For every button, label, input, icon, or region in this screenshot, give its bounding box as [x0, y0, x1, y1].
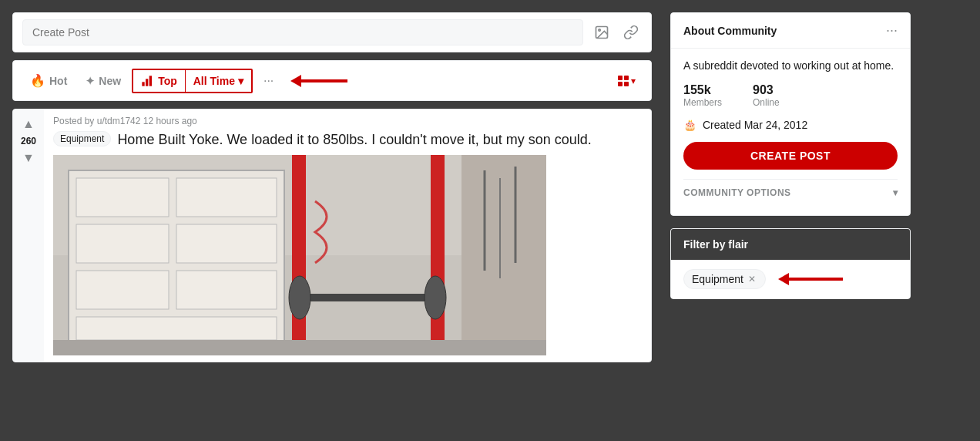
community-options-label: COMMUNITY OPTIONS — [683, 187, 791, 198]
sidebar: About Community ··· A subreddit devoted … — [670, 12, 911, 299]
post-flair[interactable]: Equipment — [53, 131, 111, 146]
svg-rect-15 — [292, 155, 306, 355]
post-title: Home Built Yoke. We loaded it to 850lbs.… — [117, 131, 591, 149]
svg-rect-9 — [176, 178, 277, 217]
upvote-button[interactable]: ▲ — [21, 116, 36, 133]
online-count: 903 — [753, 83, 780, 97]
members-label: Members — [683, 97, 722, 108]
svg-rect-11 — [176, 224, 277, 263]
sort-top-box: Top All Time ▾ — [132, 69, 253, 93]
svg-rect-12 — [76, 271, 169, 309]
post-body: Posted by u/tdm1742 12 hours ago Equipme… — [44, 109, 651, 362]
community-options-row[interactable]: COMMUNITY OPTIONS ▾ — [683, 179, 898, 206]
about-community-card: About Community ··· A subreddit devoted … — [670, 12, 911, 216]
members-stat: 155k Members — [683, 83, 722, 108]
sort-top-label: Top — [158, 75, 177, 87]
star-icon: ✦ — [86, 75, 95, 87]
sort-new-button[interactable]: ✦ New — [78, 69, 129, 93]
image-upload-button[interactable] — [591, 22, 612, 43]
created-row: 🎂 Created Mar 24, 2012 — [683, 119, 898, 131]
sort-top-button[interactable]: Top — [133, 70, 185, 92]
grid-layout-icon — [618, 76, 629, 86]
filter-flair-body: Equipment ✕ — [671, 260, 910, 298]
svg-point-19 — [425, 276, 446, 319]
flair-label: Equipment — [692, 273, 743, 285]
link-button[interactable] — [620, 22, 642, 43]
main-content: 🔥 Hot ✦ New Top All Time ▾ — [12, 12, 652, 362]
chevron-down-icon-layout: ▾ — [631, 76, 636, 86]
vote-count: 260 — [21, 136, 36, 146]
layout-button[interactable]: ▾ — [612, 71, 642, 91]
filter-flair-header: Filter by flair — [671, 229, 910, 260]
fire-icon: 🔥 — [30, 73, 45, 88]
online-label: Online — [753, 97, 780, 108]
svg-rect-24 — [53, 340, 546, 355]
sort-alltime-label: All Time — [193, 75, 235, 87]
create-post-input[interactable] — [22, 19, 583, 45]
post-meta: Posted by u/tdm1742 12 hours ago — [53, 116, 642, 126]
members-count: 155k — [683, 83, 722, 97]
created-label: Created Mar 24, 2012 — [703, 119, 807, 131]
svg-point-18 — [289, 276, 310, 319]
svg-point-1 — [599, 29, 601, 32]
post-image — [53, 155, 546, 355]
downvote-button[interactable]: ▼ — [21, 150, 36, 167]
about-community-title: About Community — [683, 25, 777, 37]
svg-rect-10 — [76, 224, 169, 263]
about-community-body: A subreddit devoted to working out at ho… — [671, 49, 910, 215]
svg-rect-13 — [176, 271, 277, 309]
post-card: ▲ 260 ▼ Posted by u/tdm1742 12 hours ago… — [12, 109, 652, 362]
filter-flair-card: Filter by flair Equipment ✕ — [670, 228, 911, 299]
svg-rect-17 — [292, 294, 445, 301]
svg-rect-14 — [76, 317, 277, 340]
sort-alltime-button[interactable]: All Time ▾ — [185, 70, 251, 92]
chevron-down-options-icon: ▾ — [893, 187, 898, 198]
chevron-down-icon: ▾ — [238, 75, 243, 87]
layout-options: ▾ — [612, 71, 642, 91]
sort-more-button[interactable]: ··· — [256, 68, 281, 94]
svg-rect-4 — [149, 76, 152, 86]
post-image-placeholder — [53, 155, 546, 355]
more-dots-icon: ··· — [263, 74, 274, 87]
flair-remove-button[interactable]: ✕ — [747, 274, 757, 284]
svg-rect-2 — [142, 82, 144, 86]
equipment-flair-pill: Equipment ✕ — [683, 269, 766, 289]
filter-flair-title: Filter by flair — [683, 238, 898, 251]
post-title-row: Equipment Home Built Yoke. We loaded it … — [53, 131, 642, 149]
flair-arrow-annotation — [778, 273, 843, 285]
about-more-button[interactable]: ··· — [886, 22, 898, 39]
sort-new-label: New — [99, 75, 121, 87]
stats-row: 155k Members 903 Online — [683, 83, 898, 108]
create-post-sidebar-button[interactable]: CREATE POST — [683, 142, 898, 170]
about-community-header: About Community ··· — [671, 13, 910, 49]
cake-icon: 🎂 — [683, 119, 696, 131]
svg-rect-20 — [461, 155, 546, 355]
svg-rect-16 — [431, 155, 445, 355]
create-post-icons — [591, 22, 642, 43]
svg-rect-8 — [76, 178, 169, 217]
community-description: A subreddit devoted to working out at ho… — [683, 58, 898, 74]
sort-hot-button[interactable]: 🔥 Hot — [22, 67, 75, 94]
vote-column: ▲ 260 ▼ — [13, 109, 44, 362]
svg-rect-3 — [146, 79, 148, 86]
sort-bar: 🔥 Hot ✦ New Top All Time ▾ — [12, 60, 652, 101]
arrow-annotation — [290, 75, 347, 87]
create-post-bar — [12, 12, 652, 52]
sort-hot-label: Hot — [49, 75, 67, 87]
online-stat: 903 Online — [753, 83, 780, 108]
